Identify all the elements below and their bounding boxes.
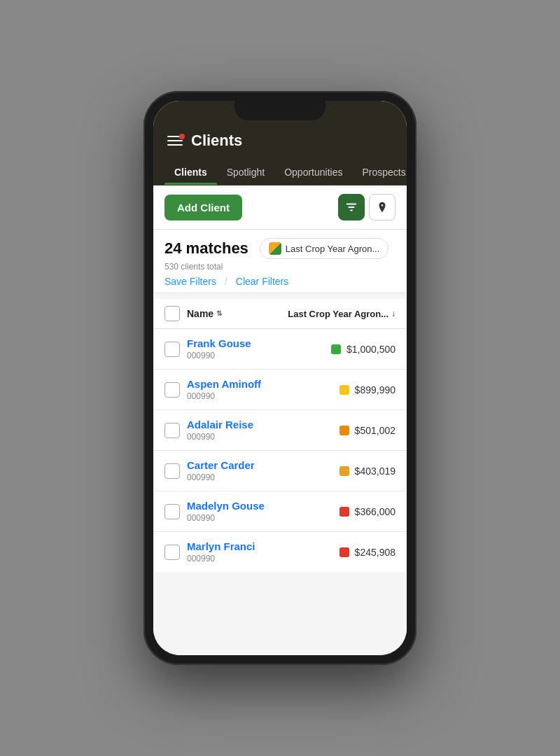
tab-prospects[interactable]: Prospects	[352, 160, 407, 185]
table-row: Carter Carder 000990 $403,019	[153, 451, 407, 491]
status-dot-2	[340, 426, 349, 435]
row-amount-4: $366,000	[355, 506, 396, 517]
matches-section: 24 matches Last Crop Year Agron... 530 c…	[153, 230, 407, 293]
row-value-col-5: $245,908	[287, 547, 396, 558]
row-checkbox-4[interactable]	[164, 504, 180, 519]
menu-icon[interactable]	[167, 136, 183, 146]
location-button[interactable]	[369, 194, 396, 220]
client-id-1: 000990	[187, 391, 280, 401]
name-sort-icon[interactable]: ⇅	[216, 310, 222, 317]
client-id-4: 000990	[187, 513, 280, 523]
filter-button[interactable]	[338, 194, 365, 220]
row-checkbox-3[interactable]	[164, 463, 180, 479]
client-name-1[interactable]: Aspen Aminoff	[187, 378, 280, 390]
client-table: Name ⇅ Last Crop Year Agron... ↓ Frank G…	[153, 299, 407, 572]
clear-filters-link[interactable]: Clear Filters	[236, 276, 288, 287]
filter-links: Save Filters / Clear Filters	[164, 276, 396, 287]
row-checkbox-5[interactable]	[164, 545, 180, 560]
client-name-2[interactable]: Adalair Reise	[187, 419, 280, 430]
table-row: Adalair Reise 000990 $501,002	[153, 410, 407, 451]
status-dot-5	[340, 547, 349, 557]
content-area: Add Client 24 m	[153, 186, 407, 655]
table-row: Aspen Aminoff 000990 $899,990	[153, 370, 407, 410]
client-id-2: 000990	[187, 432, 280, 442]
table-row: Madelyn Gouse 000990 $366,000	[153, 491, 407, 532]
row-name-col-4: Madelyn Gouse 000990	[187, 500, 280, 523]
col-value-header: Last Crop Year Agron... ↓	[287, 309, 396, 319]
page-title: Clients	[191, 132, 242, 150]
row-name-col-3: Carter Carder 000990	[187, 459, 280, 482]
row-value-col-3: $403,019	[287, 465, 396, 477]
phone-frame: Clients Clients Spotlight Opportunities …	[144, 91, 416, 665]
tab-spotlight[interactable]: Spotlight	[217, 160, 274, 185]
row-name-col-0: Frank Gouse 000990	[187, 337, 280, 360]
client-name-4[interactable]: Madelyn Gouse	[187, 500, 280, 512]
add-client-button[interactable]: Add Client	[164, 195, 242, 220]
status-dot-0	[331, 344, 341, 354]
col-name-header: Name ⇅	[187, 308, 280, 319]
row-amount-5: $245,908	[355, 547, 396, 558]
client-name-3[interactable]: Carter Carder	[187, 459, 280, 471]
toolbar: Add Client	[153, 186, 407, 230]
filter-badge-label: Last Crop Year Agron...	[286, 244, 379, 254]
client-id-3: 000990	[187, 472, 280, 482]
row-checkbox-1[interactable]	[164, 382, 180, 398]
client-name-5[interactable]: Marlyn Franci	[187, 540, 280, 552]
row-amount-2: $501,002	[355, 425, 396, 436]
client-name-0[interactable]: Frank Gouse	[187, 337, 280, 349]
phone-screen: Clients Clients Spotlight Opportunities …	[153, 101, 407, 655]
matches-row: 24 matches Last Crop Year Agron...	[164, 238, 396, 259]
row-value-col-2: $501,002	[287, 425, 396, 436]
client-id-0: 000990	[187, 351, 280, 360]
row-value-col-0: $1,000,500	[287, 344, 396, 355]
filter-badge[interactable]: Last Crop Year Agron...	[260, 238, 388, 259]
select-all-checkbox[interactable]	[164, 306, 180, 321]
row-amount-1: $899,990	[355, 384, 396, 396]
matches-count: 24 matches	[164, 239, 248, 258]
save-filters-link[interactable]: Save Filters	[164, 276, 216, 287]
notification-dot	[179, 134, 185, 139]
table-row: Frank Gouse 000990 $1,000,500	[153, 329, 407, 370]
status-dot-1	[340, 385, 349, 395]
row-amount-0: $1,000,500	[346, 344, 396, 355]
status-dot-4	[340, 507, 349, 517]
row-amount-3: $403,019	[355, 465, 396, 477]
tab-opportunities[interactable]: Opportunities	[274, 160, 352, 185]
row-checkbox-2[interactable]	[164, 423, 180, 438]
toolbar-icons	[338, 194, 396, 220]
row-value-col-1: $899,990	[287, 384, 396, 396]
clients-total: 530 clients total	[164, 262, 396, 272]
value-sort-icon[interactable]: ↓	[391, 309, 396, 318]
status-dot-3	[340, 466, 349, 476]
tab-clients[interactable]: Clients	[164, 160, 217, 185]
row-name-col-1: Aspen Aminoff 000990	[187, 378, 280, 401]
row-checkbox-0[interactable]	[164, 342, 180, 357]
filter-badge-icon	[269, 242, 281, 255]
nav-tabs: Clients Spotlight Opportunities Prospect…	[153, 160, 407, 186]
row-name-col-2: Adalair Reise 000990	[187, 419, 280, 442]
table-row: Marlyn Franci 000990 $245,908	[153, 532, 407, 572]
table-header: Name ⇅ Last Crop Year Agron... ↓	[153, 299, 407, 329]
notch	[234, 101, 326, 120]
client-id-5: 000990	[187, 554, 280, 564]
row-value-col-4: $366,000	[287, 506, 396, 517]
row-name-col-5: Marlyn Franci 000990	[187, 540, 280, 564]
